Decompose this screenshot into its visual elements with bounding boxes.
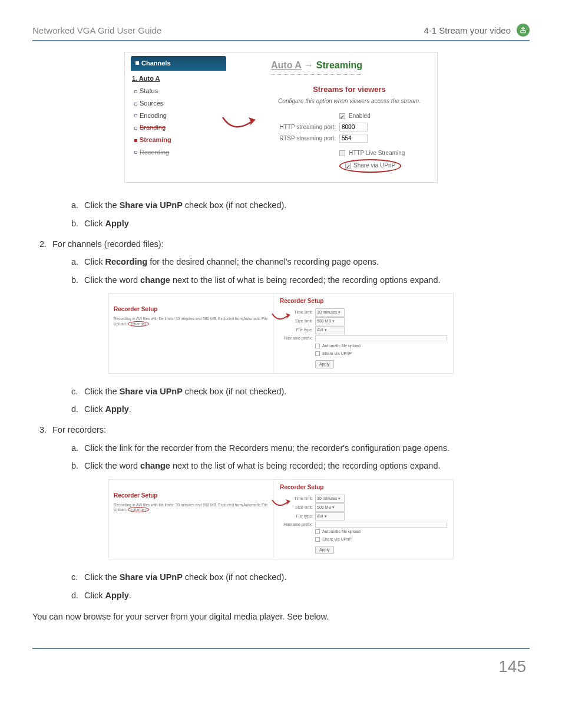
sidebar-item-sources[interactable]: Sources [134, 97, 226, 110]
closing-text: You can now browse for your server from … [32, 610, 530, 624]
streaming-figure: Channels 1. Auto A Status Sources Encodi… [124, 52, 438, 183]
share-upnp-checkbox-2[interactable] [315, 537, 320, 542]
streaming-panel: Auto A → Streaming Streams for viewers C… [232, 54, 431, 174]
curved-arrow-icon [271, 496, 291, 510]
recorder-setup-figure: Recorder Setup Recording in AVI files wi… [108, 293, 454, 373]
svg-rect-0 [521, 31, 525, 33]
section-title: 4-1 Stream your video [424, 25, 511, 35]
streams-caption: Configure this option when viewers acces… [271, 96, 428, 106]
apply-button-2[interactable]: Apply [315, 546, 334, 554]
recorder-setup-title-right-2: Recorder Setup [280, 482, 447, 492]
curved-arrow-icon [222, 113, 257, 136]
sidebar-item-recording[interactable]: Recording [134, 146, 226, 159]
http-port-label: HTTP streaming port: [271, 122, 336, 132]
guide-title: Networked VGA Grid User Guide [32, 25, 161, 35]
step-2: For channels (recorded files): Click Rec… [52, 237, 530, 288]
apply-button[interactable]: Apply [315, 360, 334, 368]
enabled-label: Enabled [349, 111, 371, 121]
step-2b: Click the word change next to the list o… [84, 273, 530, 288]
recorder-desc-2: Recording in AVI files with file limits:… [114, 503, 270, 513]
file-type-select[interactable]: AVI ▾ [315, 326, 345, 334]
upnp-checkbox[interactable] [345, 163, 351, 169]
channel-link[interactable]: 1. Auto A [132, 73, 226, 84]
curved-arrow-icon [271, 310, 291, 324]
step-2a: Click Recording for the desired channel;… [84, 255, 530, 269]
time-limit-select-2[interactable]: 30 minutes ▾ [315, 495, 345, 503]
sidebar-item-branding[interactable]: Branding [134, 121, 226, 134]
hls-checkbox[interactable] [339, 150, 345, 156]
recorder-setup-figure-2: Recorder Setup Recording in AVI files wi… [108, 479, 454, 559]
breadcrumb: Auto A → Streaming [271, 57, 362, 75]
recorder-setup-title-left: Recorder Setup [114, 304, 270, 314]
size-limit-select[interactable]: 500 MB ▾ [315, 317, 345, 325]
sidebar-item-streaming[interactable]: Streaming [134, 134, 226, 146]
recorder-desc: Recording in AVI files with file limits:… [114, 317, 270, 327]
upnp-label: Share via UPnP [353, 160, 395, 170]
step-2c: Click the Share via UPnP check box (if n… [84, 384, 530, 399]
step-2d: Click Apply. [84, 402, 530, 417]
filename-prefix-input-2[interactable] [315, 522, 447, 528]
step-3b: Click the word change next to the list o… [84, 459, 530, 473]
afu-checkbox[interactable] [315, 344, 320, 348]
channels-sidebar: Channels 1. Auto A Status Sources Encodi… [126, 54, 226, 174]
time-limit-select[interactable]: 30 minutes ▾ [315, 308, 345, 317]
page-number: 145 [32, 657, 530, 676]
step-3c: Click the Share via UPnP check box (if n… [84, 570, 530, 585]
file-type-select-2[interactable]: AVI ▾ [315, 512, 345, 521]
channels-header: Channels [131, 56, 226, 71]
hls-label: HTTP Live Streaming [349, 148, 405, 158]
share-icon [517, 24, 530, 37]
recorder-setup-title-right: Recorder Setup [280, 296, 447, 306]
step-3d: Click Apply. [84, 588, 530, 603]
step-1b: Click Apply [84, 216, 530, 231]
rtsp-port-input[interactable] [339, 134, 368, 143]
streams-subheading: Streams for viewers [271, 83, 428, 96]
http-port-input[interactable] [339, 123, 368, 131]
afu-checkbox-2[interactable] [315, 529, 320, 534]
enabled-checkbox[interactable] [339, 113, 345, 119]
size-limit-select-2[interactable]: 500 MB ▾ [315, 503, 345, 512]
step-3a: Click the link for the recorder from the… [84, 441, 530, 456]
footer-rule [32, 648, 530, 649]
afu-label: Automatic file upload [322, 342, 361, 350]
file-type-label: File type: [280, 327, 313, 334]
change-link-2[interactable]: (change) [128, 507, 149, 512]
sidebar-item-encoding[interactable]: Encoding [134, 110, 226, 122]
change-link[interactable]: (change) [128, 321, 149, 327]
filename-prefix-label: Filename prefix: [280, 335, 313, 342]
upnp-highlight: Share via UPnP [339, 159, 401, 173]
step-3: For recorders: Click the link for the re… [52, 423, 530, 473]
share-upnp-label: Share via UPnP [322, 350, 352, 357]
section-title-wrap: 4-1 Stream your video [424, 24, 530, 37]
breadcrumb-current: Streaming [316, 60, 362, 70]
page-header: Networked VGA Grid User Guide 4-1 Stream… [32, 24, 530, 41]
rtsp-port-label: RTSP streaming port: [271, 133, 336, 143]
share-upnp-checkbox[interactable] [315, 351, 320, 356]
step-1a: Click the Share via UPnP check box (if n… [84, 198, 530, 213]
breadcrumb-channel[interactable]: Auto A [271, 60, 302, 70]
sidebar-item-status[interactable]: Status [134, 85, 226, 97]
recorder-setup-title-left-2: Recorder Setup [114, 490, 270, 500]
filename-prefix-input[interactable] [315, 335, 447, 341]
